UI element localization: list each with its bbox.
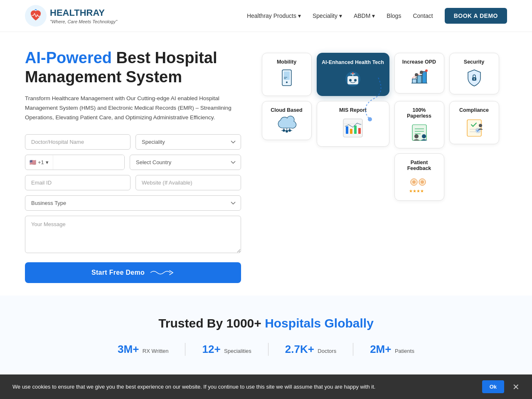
paperless-icon bbox=[408, 121, 431, 142]
chevron-down-icon: ▾ bbox=[372, 12, 375, 19]
stat-doctors: 2.7K+ Doctors bbox=[268, 343, 353, 356]
hero-section: AI-Powered Best Hospital Management Syst… bbox=[0, 32, 532, 296]
stat-specialities: 12+ Specialities bbox=[185, 343, 268, 356]
chevron-down-icon: ▾ bbox=[298, 12, 301, 19]
svg-rect-26 bbox=[350, 129, 352, 134]
svg-point-33 bbox=[422, 134, 426, 138]
logo-icon bbox=[25, 5, 47, 27]
navbar: HEALTHRAY "Where, Care Meets Technology"… bbox=[0, 0, 532, 32]
hospital-name-input[interactable] bbox=[25, 134, 131, 150]
logo-area: HEALTHRAY "Where, Care Meets Technology" bbox=[25, 5, 117, 27]
start-demo-button[interactable]: Start Free Demo bbox=[25, 262, 241, 283]
business-type-select[interactable]: Business Type Hospital Clinic Diagnostic… bbox=[25, 195, 241, 211]
svg-point-9 bbox=[352, 72, 354, 74]
nav-products[interactable]: Healthray Products ▾ bbox=[247, 12, 301, 19]
form-row-3 bbox=[25, 175, 241, 190]
mobility-icon bbox=[276, 67, 298, 90]
feature-paperless: 100% Paperless bbox=[394, 101, 444, 148]
phone-input-group: 🇺🇸 +1 ▾ bbox=[25, 155, 125, 170]
compliance-icon bbox=[463, 116, 485, 138]
phone-number-input[interactable] bbox=[53, 155, 125, 170]
svg-point-7 bbox=[349, 79, 352, 81]
phone-code: +1 bbox=[38, 159, 44, 165]
feature-increase-opd: Increase OPD bbox=[394, 53, 444, 94]
message-textarea[interactable] bbox=[25, 216, 241, 253]
logo-brand: HEALTHRAY bbox=[50, 7, 117, 18]
nav-speciality[interactable]: Speciality ▾ bbox=[313, 12, 342, 19]
phone-flag-selector[interactable]: 🇺🇸 +1 ▾ bbox=[25, 155, 53, 170]
feature-ai-health: AI-Enhanced Health Tech bbox=[317, 53, 389, 96]
feature-mis-report: MIS Report bbox=[317, 101, 389, 147]
svg-point-8 bbox=[354, 79, 357, 81]
cookie-ok-button[interactable]: Ok bbox=[482, 380, 504, 393]
arrow-icon bbox=[150, 268, 175, 277]
chevron-down-icon: ▾ bbox=[46, 159, 49, 165]
svg-point-11 bbox=[425, 69, 428, 72]
website-input[interactable] bbox=[135, 175, 241, 190]
svg-point-4 bbox=[286, 81, 288, 83]
logo-tagline: "Where, Care Meets Technology" bbox=[50, 19, 117, 24]
cookie-text: We use cookies to ensure that we give yo… bbox=[12, 384, 474, 390]
country-select[interactable]: Select Country India USA UK UAE bbox=[130, 155, 241, 170]
nav-blogs[interactable]: Blogs bbox=[387, 12, 401, 19]
nav-links: Healthray Products ▾ Speciality ▾ ABDM ▾… bbox=[247, 8, 507, 24]
feature-patient-feedback: Patient Feedback ★★★★ bbox=[394, 153, 444, 201]
svg-point-41 bbox=[412, 180, 416, 184]
book-demo-button[interactable]: BOOK A DEMO bbox=[445, 8, 507, 24]
svg-rect-25 bbox=[346, 126, 348, 134]
svg-point-43 bbox=[421, 180, 424, 184]
feature-security: Security bbox=[449, 53, 499, 94]
hero-title: AI-Powered Best Hospital Management Syst… bbox=[25, 49, 241, 86]
hero-description: Transform Healthcare Management with Our… bbox=[25, 94, 241, 123]
feedback-icon: ★★★★ bbox=[405, 174, 434, 195]
chevron-down-icon: ▾ bbox=[339, 12, 342, 19]
cookie-banner: We use cookies to ensure that we give yo… bbox=[0, 374, 532, 399]
svg-point-39 bbox=[479, 124, 482, 127]
speciality-select[interactable]: Speciality General Medicine Cardiology O… bbox=[135, 134, 241, 150]
hero-right: Mobility AI-Enhanced Health Tech bbox=[254, 49, 507, 215]
svg-point-34 bbox=[414, 134, 419, 138]
form-row-2: 🇺🇸 +1 ▾ Select Country India USA UK UAE bbox=[25, 155, 241, 170]
stats-row: 3M+ RX Written 12+ Specialities 2.7K+ Do… bbox=[25, 343, 507, 356]
ai-icon bbox=[338, 69, 367, 89]
svg-rect-27 bbox=[354, 126, 357, 134]
feature-cloud-based: Cloud Based bbox=[262, 101, 312, 140]
hero-left: AI-Powered Best Hospital Management Syst… bbox=[25, 49, 241, 283]
svg-rect-6 bbox=[347, 76, 358, 84]
email-input[interactable] bbox=[25, 175, 131, 190]
feature-mobility: Mobility bbox=[262, 53, 312, 96]
svg-rect-28 bbox=[358, 128, 361, 134]
cookie-close-button[interactable]: ✕ bbox=[512, 382, 520, 392]
feature-compliance: Compliance bbox=[449, 101, 499, 144]
trusted-title: Trusted By 1000+ Hospitals Globally bbox=[25, 316, 507, 330]
security-icon bbox=[463, 67, 485, 88]
svg-rect-35 bbox=[467, 120, 481, 136]
flag-icon: 🇺🇸 bbox=[30, 159, 36, 165]
form-row-1: Speciality General Medicine Cardiology O… bbox=[25, 134, 241, 150]
svg-text:★★★★: ★★★★ bbox=[409, 189, 424, 193]
cloud-icon bbox=[276, 116, 298, 134]
stat-rx: 3M+ RX Written bbox=[101, 343, 185, 356]
svg-point-13 bbox=[420, 71, 423, 74]
svg-point-12 bbox=[415, 73, 418, 76]
nav-contact[interactable]: Contact bbox=[413, 12, 433, 19]
stat-patients: 2M+ Patients bbox=[353, 343, 431, 356]
nav-abdm[interactable]: ABDM ▾ bbox=[354, 12, 375, 19]
mis-icon bbox=[338, 116, 367, 140]
svg-point-15 bbox=[473, 79, 475, 80]
opd-icon bbox=[408, 67, 431, 87]
